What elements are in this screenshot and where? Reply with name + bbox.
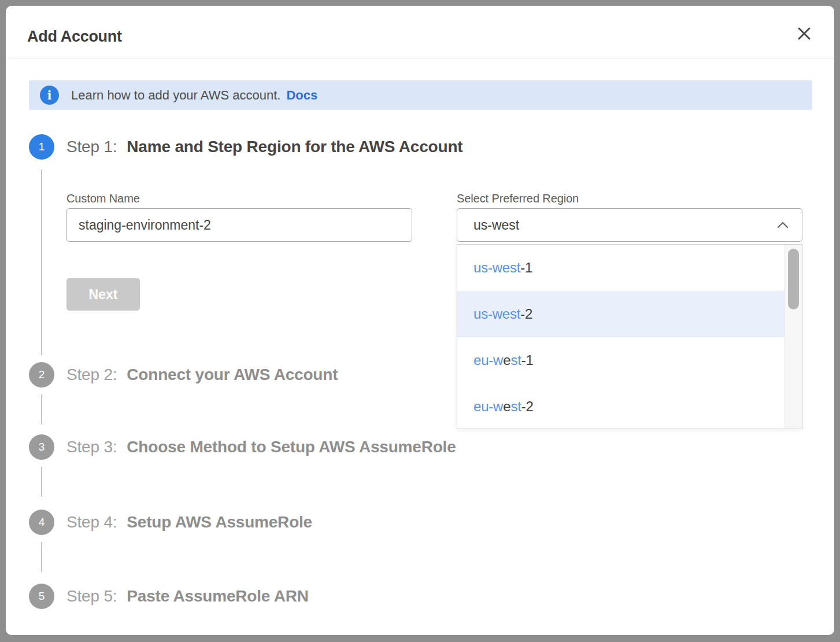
- next-button[interactable]: Next: [66, 278, 140, 311]
- step-5-badge: 5: [29, 584, 54, 609]
- step-2-badge: 2: [29, 362, 54, 388]
- step-5-header: 5 Step 5: Paste AssumeRole ARN: [29, 584, 309, 609]
- step-connector: [41, 467, 42, 497]
- step-3-title: Choose Method to Setup AWS AssumeRole: [127, 438, 456, 456]
- close-icon: [797, 26, 812, 41]
- step-connector: [41, 169, 42, 355]
- dropdown-scrollbar-track[interactable]: [785, 245, 802, 429]
- info-banner: i Learn how to add your AWS account. Doc…: [29, 80, 812, 110]
- step-4-header: 4 Step 4: Setup AWS AssumeRole: [29, 510, 312, 535]
- step-1-header: 1 Step 1: Name and Step Region for the A…: [29, 134, 462, 160]
- step-4-title: Setup AWS AssumeRole: [127, 513, 312, 532]
- custom-name-input[interactable]: [66, 208, 412, 242]
- step-connector: [41, 542, 42, 572]
- region-option[interactable]: us-west-1: [457, 245, 785, 291]
- region-select-value: us-west: [473, 217, 519, 233]
- page-title: Add Account: [27, 29, 122, 45]
- chevron-up-icon: [775, 217, 790, 233]
- step-5-title: Paste AssumeRole ARN: [127, 587, 308, 606]
- step-1-title: Name and Step Region for the AWS Account: [127, 138, 462, 156]
- step-2-header: 2 Step 2: Connect your AWS Account: [29, 362, 338, 388]
- region-dropdown-panel: us-west-1us-west-2eu-west-1eu-west-2: [457, 244, 802, 429]
- step-2-prefix: Step 2:: [66, 366, 117, 384]
- header-divider: [6, 58, 834, 58]
- step-connector: [41, 394, 42, 425]
- step-3-prefix: Step 3:: [66, 438, 117, 456]
- region-dropdown-list: us-west-1us-west-2eu-west-1eu-west-2: [457, 245, 785, 429]
- region-label: Select Preferred Region: [457, 192, 579, 205]
- custom-name-label: Custom Name: [66, 192, 140, 205]
- step-5-prefix: Step 5:: [66, 587, 117, 606]
- info-icon: i: [40, 86, 59, 105]
- docs-link[interactable]: Docs: [286, 88, 317, 103]
- add-account-modal: Add Account i Learn how to add your AWS …: [6, 6, 834, 635]
- step-1-prefix: Step 1:: [66, 138, 117, 156]
- close-button[interactable]: [793, 22, 816, 45]
- step-3-badge: 3: [29, 434, 54, 460]
- region-option[interactable]: eu-west-2: [457, 383, 785, 429]
- step-1-badge: 1: [29, 134, 54, 160]
- step-4-badge: 4: [29, 510, 54, 535]
- step-3-header: 3 Step 3: Choose Method to Setup AWS Ass…: [29, 434, 456, 460]
- step-4-prefix: Step 4:: [66, 513, 117, 532]
- region-select[interactable]: us-west: [457, 208, 802, 242]
- dropdown-scrollbar-thumb[interactable]: [788, 249, 799, 309]
- banner-text: Learn how to add your AWS account.: [71, 88, 280, 103]
- step-2-title: Connect your AWS Account: [127, 366, 338, 384]
- region-option[interactable]: eu-west-1: [457, 337, 785, 383]
- region-option[interactable]: us-west-2: [457, 291, 785, 337]
